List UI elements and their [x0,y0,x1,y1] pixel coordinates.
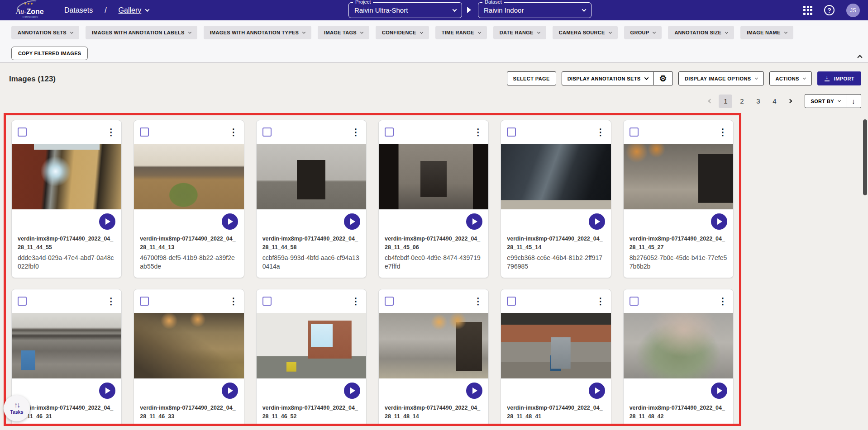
filter-chip[interactable]: CONFIDENCE [376,26,429,39]
import-download-icon: ↓ [824,76,830,81]
image-thumbnail[interactable] [624,313,733,378]
sort-by-button[interactable]: SORT BY [805,95,846,108]
gear-icon: ⚙ [659,74,667,83]
play-button[interactable] [344,213,360,230]
image-select-checkbox[interactable] [18,128,27,137]
kebab-menu-icon[interactable]: ⋮ [596,297,605,306]
display-annotation-sets-button[interactable]: DISPLAY ANNOTATION SETS [562,72,653,85]
chevron-down-icon [453,7,457,12]
page-button-3[interactable]: 3 [751,95,765,108]
play-icon [472,218,477,225]
filter-chip[interactable]: DATE RANGE [493,26,546,39]
kebab-menu-icon[interactable]: ⋮ [718,297,727,306]
play-button[interactable] [344,383,360,399]
kebab-menu-icon[interactable]: ⋮ [351,297,360,306]
image-select-checkbox[interactable] [262,128,272,137]
image-thumbnail[interactable] [12,144,121,209]
image-thumbnail[interactable] [134,313,243,378]
page-button-2[interactable]: 2 [735,95,749,108]
copy-filtered-images-button[interactable]: COPY FILTERED IMAGES [11,47,88,60]
import-button[interactable]: ↓ IMPORT [817,71,861,85]
breadcrumb-datasets[interactable]: Datasets [64,6,93,14]
kebab-menu-icon[interactable]: ⋮ [473,297,482,306]
select-page-button[interactable]: SELECT PAGE [507,71,556,85]
dataset-select[interactable]: Dataset Raivin Indoor [478,2,591,18]
play-button[interactable] [466,383,482,399]
image-thumbnail[interactable] [257,144,366,209]
image-select-checkbox[interactable] [630,128,639,137]
image-card: ⋮ verdin-imx8mp-07174490_2022_04_28_11_4… [501,120,611,278]
breadcrumb-gallery[interactable]: Gallery [119,6,149,14]
annotation-sets-settings-button[interactable]: ⚙ [653,72,672,85]
image-thumbnail[interactable] [257,313,366,378]
play-button[interactable] [589,383,605,399]
filter-chip[interactable]: ANNOTATION SETS [11,26,79,39]
filter-chip[interactable]: ANNOTATION SIZE [668,26,734,39]
image-thumbnail[interactable] [624,144,733,209]
chevron-down-icon [537,30,540,33]
image-select-checkbox[interactable] [18,297,27,306]
help-icon[interactable]: ? [824,5,835,15]
chevron-down-icon [145,7,150,12]
next-page-button[interactable] [784,95,796,107]
play-icon [350,387,355,394]
kebab-menu-icon[interactable]: ⋮ [351,128,360,137]
kebab-menu-icon[interactable]: ⋮ [229,297,238,306]
image-thumbnail[interactable] [12,313,121,378]
page-button-4[interactable]: 4 [768,95,781,108]
image-select-checkbox[interactable] [140,128,149,137]
project-select-value: Raivin Ultra-Short [354,6,453,14]
kebab-menu-icon[interactable]: ⋮ [473,128,482,137]
avatar[interactable]: JS [846,4,860,17]
play-button[interactable] [466,213,482,230]
kebab-menu-icon[interactable]: ⋮ [106,128,115,137]
play-button[interactable] [222,213,238,230]
play-button[interactable] [99,383,115,399]
filter-chip[interactable]: TIME RANGE [435,26,487,39]
sort-direction-button[interactable]: ↓ [846,95,861,108]
image-select-checkbox[interactable] [507,128,516,137]
image-uuid: 46700f98-def5-41b9-8b22-a39f2eab55de [140,254,238,271]
play-button[interactable] [711,213,727,230]
image-filename: verdin-imx8mp-07174490_2022_04_28_11_48_… [507,404,605,421]
app-header: Au-Zone Technologies Datasets / Gallery … [0,0,868,20]
prev-page-button[interactable] [704,95,716,107]
kebab-menu-icon[interactable]: ⋮ [718,128,727,137]
play-button[interactable] [711,383,727,399]
image-thumbnail[interactable] [501,313,610,378]
play-button[interactable] [99,213,115,230]
project-select[interactable]: Project Raivin Ultra-Short [348,2,462,18]
tasks-button[interactable]: ↑↓ Tasks [4,395,30,421]
filter-chip[interactable]: IMAGE TAGS [318,26,369,39]
image-select-checkbox[interactable] [140,297,149,306]
apps-grid-icon[interactable] [803,6,812,15]
vertical-scrollbar[interactable] [863,119,867,195]
kebab-menu-icon[interactable]: ⋮ [229,128,238,137]
page-button-1[interactable]: 1 [719,95,732,108]
image-thumbnail[interactable] [379,144,488,209]
filter-chip[interactable]: IMAGE NAME [740,26,793,39]
play-icon [228,218,233,225]
kebab-menu-icon[interactable]: ⋮ [596,128,605,137]
filter-chip[interactable]: IMAGES WITH ANNOTATION TYPES [204,26,311,39]
play-button[interactable] [589,213,605,230]
image-thumbnail[interactable] [379,313,488,378]
app-logo[interactable]: Au-Zone Technologies [8,2,52,18]
filter-chip[interactable]: IMAGES WITH ANNOTATION LABELS [86,26,197,39]
image-select-checkbox[interactable] [507,297,516,306]
image-select-checkbox[interactable] [385,297,394,306]
filter-chip[interactable]: GROUP [624,26,662,39]
image-select-checkbox[interactable] [262,297,272,306]
image-thumbnail[interactable] [501,144,610,209]
image-select-checkbox[interactable] [630,297,639,306]
filter-chip-label: ANNOTATION SETS [18,30,67,35]
display-image-options-button[interactable]: DISPLAY IMAGE OPTIONS [678,71,764,85]
chevron-down-icon [754,76,758,80]
image-select-checkbox[interactable] [385,128,394,137]
collapse-filters-icon[interactable] [858,53,862,61]
actions-button[interactable]: ACTIONS [769,71,812,85]
play-button[interactable] [222,383,238,399]
kebab-menu-icon[interactable]: ⋮ [106,297,115,306]
filter-chip[interactable]: CAMERA SOURCE [553,26,618,39]
image-thumbnail[interactable] [134,144,243,209]
